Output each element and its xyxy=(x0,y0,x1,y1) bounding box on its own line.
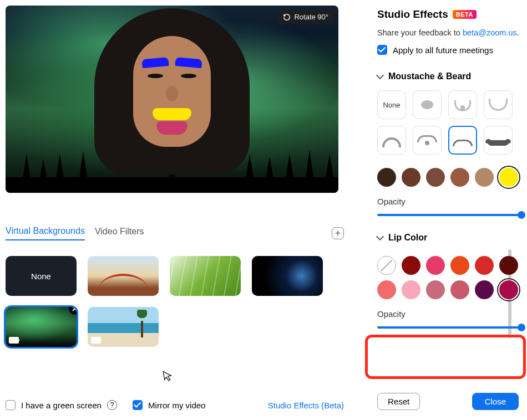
lip-color-1[interactable] xyxy=(402,256,420,275)
slider-handle[interactable] xyxy=(518,211,525,219)
face-overlay xyxy=(116,19,227,163)
video-preview: Rotate 90° xyxy=(6,6,338,193)
lip-color-7[interactable] xyxy=(402,280,420,299)
tab-virtual-backgrounds[interactable]: Virtual Backgrounds xyxy=(6,226,85,240)
slider-handle[interactable] xyxy=(518,324,525,331)
rotate-button[interactable]: Rotate 90° xyxy=(277,10,334,24)
add-background-button[interactable]: + xyxy=(332,227,344,239)
mirror-video-label: Mirror my video xyxy=(148,401,205,410)
lip-color-6[interactable] xyxy=(377,280,396,299)
lip-opacity-slider[interactable] xyxy=(377,326,521,329)
lip-color-2[interactable] xyxy=(426,256,445,275)
beard-option-none[interactable]: None xyxy=(377,90,406,119)
remove-bg-button[interactable]: ✕ xyxy=(69,307,77,315)
beard-option-6-selected[interactable] xyxy=(448,126,477,155)
bg-option-aurora-selected[interactable]: ✕ xyxy=(6,307,77,347)
lip-opacity-label: Opacity xyxy=(377,309,521,319)
moustache-effect xyxy=(153,108,191,120)
studio-effects-link[interactable]: Studio Effects (Beta) xyxy=(268,401,344,410)
bg-option-grass[interactable] xyxy=(170,256,241,296)
apply-all-checkbox[interactable] xyxy=(377,45,387,55)
lip-color-5[interactable] xyxy=(499,256,518,275)
lip-color-3[interactable] xyxy=(450,256,469,275)
beard-option-2[interactable] xyxy=(448,90,477,119)
bg-option-bridge[interactable] xyxy=(88,256,159,296)
moustache-color-3[interactable] xyxy=(450,168,469,187)
moustache-color-5[interactable] xyxy=(499,168,518,187)
lip-color-none[interactable] xyxy=(377,256,396,275)
rotate-label: Rotate 90° xyxy=(294,13,328,21)
beard-option-3[interactable] xyxy=(484,90,513,119)
rotate-icon xyxy=(283,13,291,21)
section-moustache-beard[interactable]: Moustache & Beard xyxy=(377,71,521,81)
moustache-opacity-slider[interactable] xyxy=(377,214,521,216)
close-button[interactable]: Close xyxy=(472,393,519,410)
moustache-color-4[interactable] xyxy=(475,168,494,187)
moustache-color-0[interactable] xyxy=(377,168,396,187)
lip-color-8[interactable] xyxy=(426,280,445,299)
mirror-video-checkbox[interactable] xyxy=(133,400,143,410)
beard-option-4[interactable] xyxy=(377,126,406,155)
feedback-email-link[interactable]: beta@zoom.us xyxy=(463,28,517,37)
chevron-down-icon xyxy=(376,71,384,79)
lip-color-9[interactable] xyxy=(450,280,469,299)
lip-color-4[interactable] xyxy=(475,256,494,275)
chevron-down-icon xyxy=(376,233,384,240)
green-screen-checkbox[interactable] xyxy=(6,400,16,410)
bg-option-space[interactable] xyxy=(252,256,323,296)
lip-effect xyxy=(156,121,188,135)
bg-option-beach[interactable] xyxy=(88,307,159,347)
tab-video-filters[interactable]: Video Filters xyxy=(95,227,144,240)
beard-option-1[interactable] xyxy=(413,90,442,119)
help-icon[interactable]: ? xyxy=(107,400,117,410)
bg-option-none[interactable]: None xyxy=(6,256,77,296)
camera-icon xyxy=(91,337,101,344)
moustache-opacity-label: Opacity xyxy=(377,197,521,206)
lip-color-10[interactable] xyxy=(475,280,494,299)
highlight-box xyxy=(365,335,526,379)
green-screen-label: I have a green screen xyxy=(21,401,102,410)
panel-title: Studio Effects xyxy=(377,8,448,21)
beta-badge: BETA xyxy=(453,10,477,19)
beard-option-5[interactable] xyxy=(413,126,442,155)
moustache-color-2[interactable] xyxy=(426,168,445,187)
apply-all-label: Apply to all future meetings xyxy=(393,45,493,55)
section-lip-color[interactable]: Lip Color xyxy=(377,233,521,243)
reset-button[interactable]: Reset xyxy=(377,393,420,410)
lip-color-11[interactable] xyxy=(499,280,518,299)
cursor-icon xyxy=(163,370,174,385)
feedback-text: Share your feedback to beta@zoom.us. xyxy=(377,28,521,37)
beard-option-7[interactable] xyxy=(484,126,513,155)
moustache-color-1[interactable] xyxy=(402,168,420,187)
camera-icon xyxy=(9,337,19,344)
